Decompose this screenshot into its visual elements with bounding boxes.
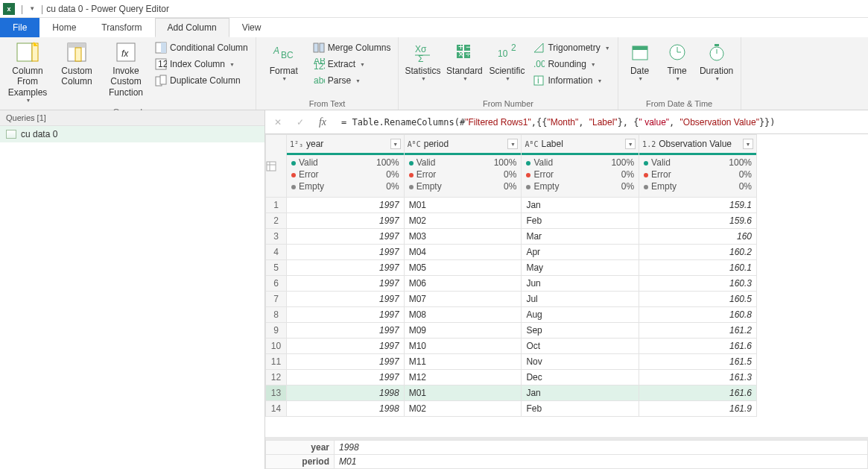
cell-label[interactable]: Feb [522, 401, 639, 417]
table-row[interactable]: 61997M06Jun160.3 [266, 276, 757, 292]
table-row[interactable]: 11997M01Jan159.1 [266, 198, 757, 213]
cell-observation-value[interactable]: 161.6 [639, 339, 757, 354]
scientific-button[interactable]: 102 Scientific▼ [487, 39, 527, 84]
cell-year[interactable]: 1998 [286, 385, 404, 401]
cell-label[interactable]: Jan [522, 198, 639, 213]
cell-label[interactable]: Jan [522, 385, 639, 401]
filter-dropdown-icon[interactable]: ▼ [625, 139, 636, 149]
cell-label[interactable]: Dec [522, 370, 639, 385]
cell-label[interactable]: Jun [522, 276, 639, 292]
cell-year[interactable]: 1997 [286, 276, 404, 292]
cell-observation-value[interactable]: 159.1 [639, 198, 757, 213]
table-row[interactable]: 31997M03Mar160 [266, 229, 757, 245]
qat-dropdown-icon[interactable]: ▼ [29, 5, 35, 12]
cell-year[interactable]: 1997 [286, 307, 404, 323]
row-number[interactable]: 3 [266, 229, 287, 245]
tab-add-column[interactable]: Add Column [155, 18, 229, 37]
table-row[interactable]: 101997M10Oct161.6 [266, 339, 757, 354]
cell-year[interactable]: 1998 [286, 401, 404, 417]
rounding-button[interactable]: .00 Rounding ▼ [530, 57, 612, 72]
cell-period[interactable]: M06 [404, 276, 522, 292]
column-from-examples-button[interactable]: Column From Examples ▼ [4, 39, 51, 106]
invoke-custom-function-button[interactable]: fx Invoke Custom Function [103, 39, 149, 99]
cell-label[interactable]: May [522, 260, 639, 276]
filter-dropdown-icon[interactable]: ▼ [507, 139, 518, 149]
row-number[interactable]: 14 [266, 401, 287, 417]
tab-transform[interactable]: Transform [89, 18, 154, 37]
duration-button[interactable]: Duration▼ [697, 39, 736, 84]
row-number[interactable]: 9 [266, 323, 287, 339]
fx-icon[interactable]: fx [316, 116, 329, 129]
table-row[interactable]: 41997M04Apr160.2 [266, 245, 757, 260]
cell-period[interactable]: M12 [404, 370, 522, 385]
cell-period[interactable]: M09 [404, 323, 522, 339]
row-number[interactable]: 5 [266, 260, 287, 276]
cell-label[interactable]: Mar [522, 229, 639, 245]
cell-year[interactable]: 1997 [286, 260, 404, 276]
data-grid[interactable]: 1²₃year▼ Valid100% Error0% Empty0% AᴮCpe… [265, 134, 868, 437]
table-row[interactable]: 91997M09Sep161.2 [266, 323, 757, 339]
standard-button[interactable]: +−×÷ Standard▼ [445, 39, 484, 84]
table-row[interactable]: 121997M12Dec161.3 [266, 370, 757, 385]
cell-year[interactable]: 1997 [286, 323, 404, 339]
duplicate-column-button[interactable]: Duplicate Column [152, 73, 251, 88]
cell-observation-value[interactable]: 161.6 [639, 385, 757, 401]
cell-observation-value[interactable]: 161.3 [639, 370, 757, 385]
conditional-column-button[interactable]: Conditional Column [152, 40, 251, 55]
cell-label[interactable]: Sep [522, 323, 639, 339]
cell-period[interactable]: M02 [404, 401, 522, 417]
cell-year[interactable]: 1997 [286, 370, 404, 385]
row-number[interactable]: 13 [266, 385, 287, 401]
row-number[interactable]: 4 [266, 245, 287, 260]
table-row[interactable]: 21997M02Feb159.6 [266, 213, 757, 229]
date-button[interactable]: Date▼ [623, 39, 657, 84]
table-row[interactable]: 51997M05May160.1 [266, 260, 757, 276]
cell-observation-value[interactable]: 159.6 [639, 213, 757, 229]
cell-label[interactable]: Aug [522, 307, 639, 323]
query-item[interactable]: cu data 0 [0, 126, 264, 142]
format-button[interactable]: ABC Format ▼ [261, 39, 307, 84]
column-header-label[interactable]: AᴮCLabel▼ Valid100% Error0% Empty0% [522, 135, 639, 198]
cell-observation-value[interactable]: 161.2 [639, 323, 757, 339]
cell-label[interactable]: Oct [522, 339, 639, 354]
cell-label[interactable]: Feb [522, 213, 639, 229]
table-row[interactable]: 81997M08Aug160.8 [266, 307, 757, 323]
row-number[interactable]: 1 [266, 198, 287, 213]
cell-year[interactable]: 1997 [286, 292, 404, 307]
cell-observation-value[interactable]: 160.2 [639, 245, 757, 260]
row-number[interactable]: 12 [266, 370, 287, 385]
row-number[interactable]: 7 [266, 292, 287, 307]
cell-year[interactable]: 1997 [286, 229, 404, 245]
filter-dropdown-icon[interactable]: ▼ [743, 139, 753, 149]
cell-observation-value[interactable]: 160.1 [639, 260, 757, 276]
cell-period[interactable]: M01 [404, 385, 522, 401]
column-header-observation-value[interactable]: 1.2Observation Value▼ Valid100% Error0% … [639, 135, 757, 198]
row-number[interactable]: 2 [266, 213, 287, 229]
cell-period[interactable]: M02 [404, 213, 522, 229]
index-column-button[interactable]: 123 Index Column ▼ [152, 57, 251, 72]
trigonometry-button[interactable]: Trigonometry ▼ [530, 40, 612, 55]
table-row[interactable]: 131998M01Jan161.6 [266, 385, 757, 401]
cell-period[interactable]: M05 [404, 260, 522, 276]
cell-period[interactable]: M04 [404, 245, 522, 260]
cell-year[interactable]: 1997 [286, 213, 404, 229]
grid-corner[interactable] [266, 135, 287, 198]
statistics-button[interactable]: ΧσΣ Statistics▼ [403, 39, 442, 84]
custom-column-button[interactable]: Custom Column [54, 39, 100, 89]
cell-observation-value[interactable]: 160.5 [639, 292, 757, 307]
time-button[interactable]: Time▼ [660, 39, 694, 84]
cell-period[interactable]: M11 [404, 354, 522, 370]
cell-label[interactable]: Jul [522, 292, 639, 307]
cell-period[interactable]: M01 [404, 198, 522, 213]
extract-button[interactable]: ABC123 Extract ▼ [310, 57, 394, 72]
tab-home[interactable]: Home [39, 18, 89, 37]
cell-period[interactable]: M07 [404, 292, 522, 307]
cell-observation-value[interactable]: 161.9 [639, 401, 757, 417]
filter-dropdown-icon[interactable]: ▼ [390, 139, 401, 149]
table-row[interactable]: 111997M11Nov161.5 [266, 354, 757, 370]
cell-year[interactable]: 1997 [286, 354, 404, 370]
cell-year[interactable]: 1997 [286, 339, 404, 354]
tab-file[interactable]: File [0, 18, 39, 37]
merge-columns-button[interactable]: Merge Columns [310, 40, 394, 55]
cell-label[interactable]: Apr [522, 245, 639, 260]
